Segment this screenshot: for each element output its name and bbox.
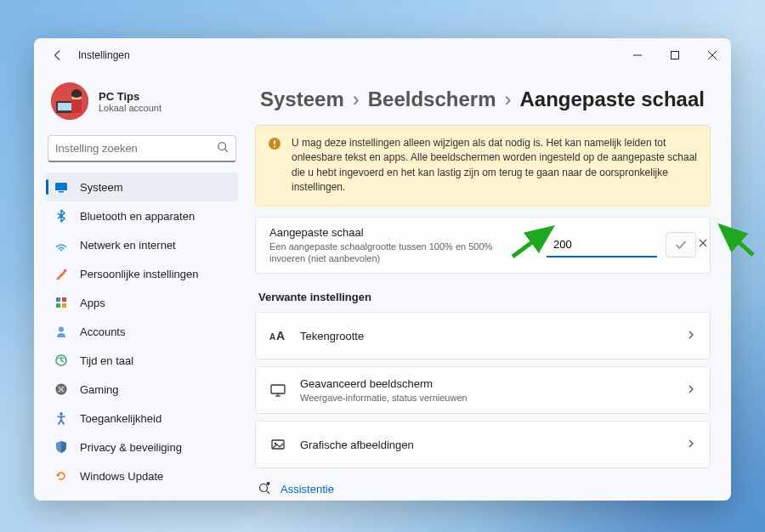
svg-point-7 [218, 142, 226, 150]
help-icon [258, 480, 272, 497]
related-text-size[interactable]: AA Tekengrootte [255, 312, 711, 359]
svg-line-33 [267, 491, 270, 495]
svg-rect-16 [62, 303, 66, 308]
nav-label: Accounts [80, 325, 125, 338]
warning-banner: U mag deze instellingen alleen wijzigen … [255, 125, 711, 207]
svg-rect-15 [56, 303, 60, 308]
profile-name: PC Tips [99, 90, 162, 103]
nav-label: Persoonlijke instellingen [80, 268, 198, 280]
help-row: Assistentie [255, 480, 711, 497]
titlebar: Instellingen [34, 38, 731, 72]
minimize-button[interactable] [619, 38, 656, 72]
svg-point-31 [275, 443, 277, 445]
update-icon [54, 469, 68, 483]
svg-point-17 [59, 327, 64, 332]
svg-text:A: A [269, 332, 275, 342]
breadcrumb: Systeem › Beeldscherm › Aangepaste schaa… [260, 88, 711, 111]
svg-point-11 [60, 249, 62, 251]
breadcrumb-display[interactable]: Beeldscherm [368, 88, 496, 111]
nav-label: Bluetooth en apparaten [80, 210, 195, 223]
svg-point-34 [267, 482, 270, 485]
sidebar-item-privacy[interactable]: Privacy & beveiliging [46, 433, 238, 461]
sidebar-item-system[interactable]: Systeem [46, 173, 238, 201]
card-title: Geavanceerd beeldscherm [300, 377, 468, 390]
back-button[interactable] [46, 43, 70, 67]
nav-label: Toegankelijkheid [80, 412, 162, 425]
sidebar-item-bluetooth[interactable]: Bluetooth en apparaten [46, 201, 238, 230]
svg-rect-23 [274, 140, 275, 144]
warning-icon [268, 137, 281, 150]
svg-rect-10 [59, 191, 64, 193]
nav-label: Netwerk en internet [80, 239, 176, 252]
search-input[interactable] [55, 142, 217, 155]
svg-line-8 [225, 149, 228, 151]
breadcrumb-system[interactable]: Systeem [260, 88, 344, 111]
content-area: Systeem › Beeldscherm › Aangepaste schaa… [246, 72, 731, 501]
help-link[interactable]: Assistentie [280, 483, 334, 495]
scale-subtitle: Een aangepaste schaalgrootte tussen 100%… [269, 241, 507, 265]
graphics-icon [269, 436, 286, 453]
custom-scale-card: Aangepaste schaal Een aangepaste schaalg… [255, 217, 711, 274]
text-size-icon: AA [269, 327, 286, 344]
gaming-icon [54, 382, 68, 396]
nav-label: Gaming [80, 383, 119, 396]
monitor-icon [269, 382, 286, 399]
chevron-right-icon [686, 437, 696, 452]
profile-block[interactable]: PC Tips Lokaal account [46, 76, 238, 132]
breadcrumb-sep: › [353, 88, 360, 111]
svg-rect-9 [55, 183, 67, 190]
settings-window: Instellingen [34, 38, 731, 501]
sidebar-item-network[interactable]: Netwerk en internet [46, 230, 238, 259]
related-advanced-display[interactable]: Geavanceerd beeldscherm Weergave-informa… [255, 366, 711, 414]
sidebar-item-time[interactable]: Tijd en taal [46, 346, 238, 375]
scale-input-field[interactable] [547, 232, 657, 258]
confirm-scale-button[interactable] [666, 232, 696, 258]
maximize-button[interactable] [656, 38, 694, 72]
breadcrumb-current: Aangepaste schaal [519, 88, 704, 111]
sidebar-item-accessibility[interactable]: Toegankelijkheid [46, 404, 238, 433]
nav-label: Systeem [80, 181, 123, 194]
accessibility-icon [54, 411, 68, 425]
sidebar-item-update[interactable]: Windows Update [46, 461, 238, 490]
apps-icon [54, 296, 68, 309]
sidebar-item-apps[interactable]: Apps [46, 288, 238, 317]
svg-rect-6 [71, 99, 82, 113]
network-icon [54, 238, 68, 252]
search-box[interactable] [48, 135, 236, 162]
avatar [51, 82, 88, 120]
svg-point-24 [274, 146, 275, 148]
close-button[interactable] [694, 38, 731, 72]
card-subtitle: Weergave-informatie, status vernieuwen [300, 392, 468, 404]
related-graphics[interactable]: Grafische afbeeldingen [255, 421, 711, 468]
sidebar-item-personalization[interactable]: Persoonlijke instellingen [46, 259, 238, 288]
nav-label: Windows Update [80, 470, 163, 483]
system-icon [54, 180, 68, 194]
svg-point-32 [260, 484, 268, 492]
svg-rect-27 [271, 385, 285, 393]
card-title: Grafische afbeeldingen [300, 439, 414, 451]
chevron-right-icon [686, 382, 696, 398]
personalization-icon [54, 267, 68, 280]
sidebar-item-gaming[interactable]: Gaming [46, 375, 238, 404]
svg-rect-1 [672, 52, 679, 59]
sidebar: PC Tips Lokaal account Systeem Bluetooth… [34, 72, 246, 501]
svg-text:A: A [276, 329, 285, 342]
profile-subtitle: Lokaal account [99, 103, 162, 113]
window-controls [619, 38, 731, 72]
nav-label: Tijd en taal [80, 354, 133, 367]
sidebar-item-accounts[interactable]: Accounts [46, 317, 238, 346]
privacy-icon [54, 440, 68, 454]
scale-title: Aangepaste schaal [269, 226, 507, 239]
related-heading: Verwante instellingen [258, 291, 711, 303]
card-title: Tekengrootte [300, 330, 364, 342]
svg-rect-13 [56, 297, 60, 302]
time-icon [54, 354, 68, 367]
bluetooth-icon [54, 209, 68, 223]
chevron-right-icon [686, 328, 696, 343]
svg-rect-14 [62, 297, 66, 302]
nav-label: Privacy & beveiliging [80, 441, 182, 454]
clear-input-button[interactable] [696, 235, 710, 253]
search-icon [217, 141, 229, 156]
warning-text: U mag deze instellingen alleen wijzigen … [292, 136, 698, 195]
nav-label: Apps [80, 297, 105, 309]
